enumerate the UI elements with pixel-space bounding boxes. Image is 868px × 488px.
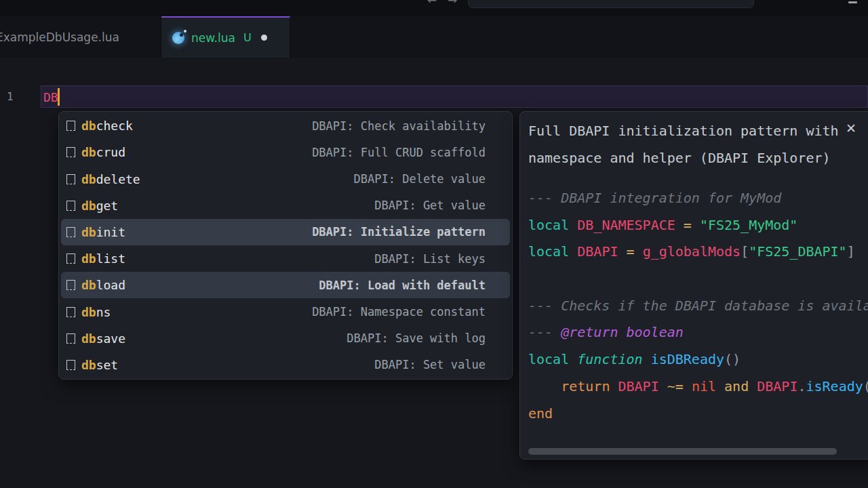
snippet-icon [66, 201, 75, 211]
snippet-icon [66, 307, 75, 317]
suggest-description: DBAPI: Save with log [347, 331, 486, 345]
suggest-label: dbload [81, 278, 125, 292]
tab-new-lua[interactable]: new.lua U [161, 16, 290, 58]
suggest-item-dbns[interactable]: dbnsDBAPI: Namespace constant [61, 298, 510, 325]
suggest-label: dbsave [81, 331, 125, 346]
tab-label: ExampleDbUsage.lua [0, 30, 119, 44]
suggest-description: DBAPI: List keys [374, 252, 486, 266]
docs-code: --- DBAPI integration for MyModlocal DB_… [528, 185, 868, 427]
git-status-badge: U [243, 31, 252, 44]
line-number: 1 [7, 85, 14, 108]
code-line: local function isDBReady() [528, 346, 868, 373]
suggest-description: DBAPI: Full CRUD scaffold [312, 146, 486, 159]
suggest-label: dbinit [81, 225, 125, 239]
code-line: --- Checks if the DBAPI database is avai… [528, 293, 868, 320]
snippet-icon [66, 174, 75, 184]
suggest-item-dbinit[interactable]: dbinitDBAPI: Initialize pattern [61, 219, 510, 245]
suggest-description: DBAPI: Get value [374, 199, 486, 212]
text-cursor [58, 88, 60, 106]
suggest-description: DBAPI: Set value [374, 358, 486, 371]
snippet-icon [66, 333, 75, 344]
suggest-description: DBAPI: Initialize pattern [312, 225, 486, 239]
code-line: return DBAPI ~= nil and DBAPI.isReady() [528, 373, 868, 401]
docs-title: Full DBAPI initialization pattern with n… [528, 117, 851, 171]
suggest-label: dbset [81, 358, 118, 372]
back-arrow-icon[interactable]: ← [427, 0, 437, 7]
editor-area[interactable]: 1 DB dbcheckDBAPI: Check availabilitydbc… [0, 58, 868, 488]
close-icon[interactable]: ✕ [846, 121, 856, 136]
suggest-description: DBAPI: Delete value [354, 172, 486, 186]
code-line: local DBAPI = g_globalMods["FS25_DBAPI"] [528, 239, 868, 266]
snippet-icon [66, 253, 75, 264]
snippet-icon [66, 227, 75, 237]
current-line-highlight[interactable]: DB [41, 85, 868, 108]
code-line: --- @return boolean [528, 319, 868, 346]
suggest-item-dbcrud[interactable]: dbcrudDBAPI: Full CRUD scaffold [61, 139, 510, 165]
suggest-item-dblist[interactable]: dblistDBAPI: List keys [61, 245, 510, 272]
suggest-item-dbsave[interactable]: dbsaveDBAPI: Save with log [61, 325, 510, 352]
suggest-label: dbget [81, 199, 118, 213]
suggest-widget: dbcheckDBAPI: Check availabilitydbcrudDB… [58, 111, 513, 380]
suggest-description: DBAPI: Load with default [319, 279, 486, 292]
suggest-label: dbcheck [81, 119, 133, 133]
code-line [528, 266, 868, 293]
suggest-item-dbset[interactable]: dbsetDBAPI: Set value [61, 352, 510, 378]
suggest-docs-panel: ✕ Full DBAPI initialization pattern with… [519, 111, 868, 460]
horizontal-scrollbar[interactable] [528, 448, 837, 455]
tab-label: new.lua [191, 31, 235, 45]
title-bar: ← → [0, 0, 868, 17]
suggest-label: dbdelete [81, 172, 140, 186]
suggest-description: DBAPI: Namespace constant [312, 305, 486, 319]
vscode-window: ← → ExampleDbUsage.lua new.lua U 1 DB db… [0, 0, 868, 488]
forward-arrow-icon[interactable]: → [448, 0, 457, 7]
command-center-searchbox[interactable] [468, 0, 754, 8]
suggest-label: dblist [81, 251, 125, 266]
code-line: local DB_NAMESPACE = "FS25_MyMod" [528, 212, 868, 239]
suggest-label: dbcrud [81, 145, 125, 159]
suggest-item-dbload[interactable]: dbloadDBAPI: Load with default [61, 272, 510, 298]
snippet-icon [66, 280, 75, 290]
code-line: --- DBAPI integration for MyMod [528, 185, 868, 212]
snippet-icon [66, 147, 75, 157]
typed-text: DB [43, 87, 58, 107]
minimize-icon[interactable] [848, 1, 857, 3]
suggest-item-dbcheck[interactable]: dbcheckDBAPI: Check availability [61, 113, 510, 139]
snippet-icon [66, 121, 75, 131]
suggest-label: dbns [81, 305, 111, 319]
suggest-item-dbdelete[interactable]: dbdeleteDBAPI: Delete value [61, 165, 510, 192]
snippet-icon [66, 360, 75, 370]
tab-exampledbusage-lua[interactable]: ExampleDbUsage.lua [0, 16, 161, 58]
tab-bar: ExampleDbUsage.lua new.lua U [0, 16, 868, 58]
suggest-description: DBAPI: Check availability [312, 119, 486, 133]
code-line: end [528, 401, 868, 428]
modified-dot-icon[interactable] [261, 35, 267, 41]
suggest-item-dbget[interactable]: dbgetDBAPI: Get value [61, 192, 510, 219]
lua-file-icon [172, 32, 184, 44]
